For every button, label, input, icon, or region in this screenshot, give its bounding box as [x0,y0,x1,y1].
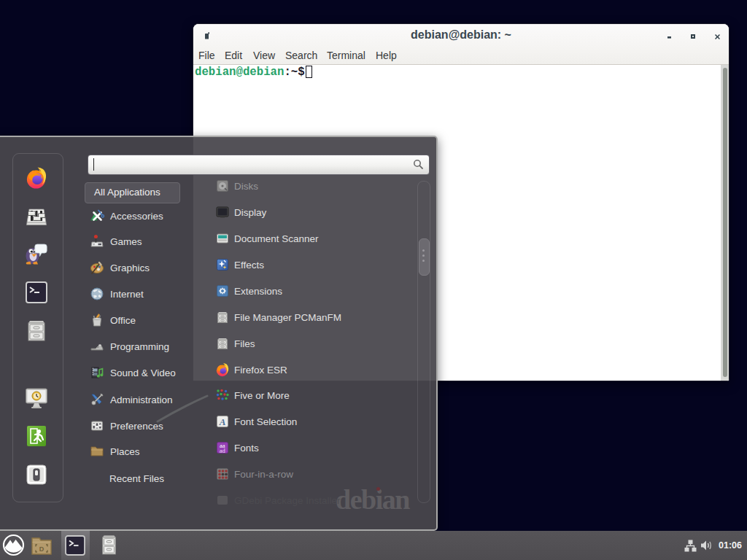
svg-text:A: A [219,416,226,427]
svg-text:ad: ad [220,447,226,454]
svg-text:D: D [39,545,44,553]
